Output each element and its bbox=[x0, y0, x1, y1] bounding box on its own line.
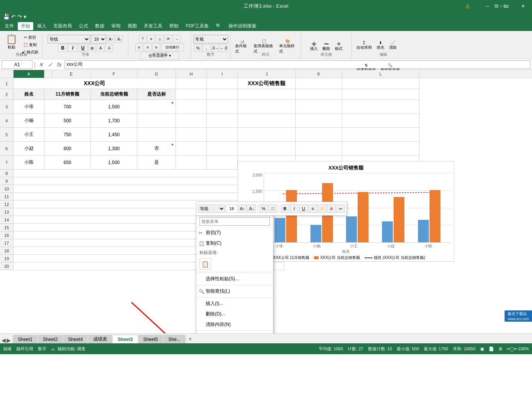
menu-tell-me[interactable]: 操作说明搜索 bbox=[225, 22, 259, 30]
bold-button[interactable]: B bbox=[58, 44, 67, 52]
cell-H1[interactable] bbox=[176, 78, 207, 89]
menu-review[interactable]: 审阅 bbox=[108, 22, 124, 30]
clear-button[interactable]: 🧹清除 bbox=[387, 35, 398, 56]
sheet-tab-more[interactable]: She... bbox=[164, 335, 186, 343]
align-center[interactable]: ≡ bbox=[144, 43, 152, 51]
col-header-H[interactable]: H bbox=[176, 70, 207, 78]
menu-view[interactable]: 视图 bbox=[124, 22, 140, 30]
cell-J6[interactable] bbox=[238, 142, 296, 156]
cell-L6[interactable] bbox=[342, 142, 419, 156]
save-quick-btn[interactable]: 💾 bbox=[3, 14, 10, 20]
cell-E7[interactable]: 650 bbox=[44, 156, 91, 170]
mt-align[interactable]: ≡ bbox=[309, 204, 317, 213]
cell-A1[interactable]: XXX公司 bbox=[14, 78, 176, 89]
confirm-button[interactable]: ✓ bbox=[46, 62, 54, 68]
cell-A6[interactable]: 小赵 bbox=[14, 142, 44, 156]
cell-F3[interactable]: 1,500 bbox=[91, 100, 137, 114]
view-page[interactable]: 📄 bbox=[489, 346, 494, 351]
cell-K1[interactable] bbox=[296, 78, 342, 89]
ctx-smart-search[interactable]: 🔍智能查找(L) bbox=[196, 286, 273, 296]
name-box[interactable] bbox=[2, 60, 32, 69]
cell-E3[interactable]: 700 bbox=[44, 100, 91, 114]
wrap-text[interactable]: 自动换行 bbox=[161, 43, 184, 51]
undo-quick-btn[interactable]: ↶ bbox=[11, 14, 16, 20]
mini-toolbar[interactable]: 等线 A↑ A↓ % □ B I U ≡ A A ═ bbox=[196, 202, 347, 216]
more-quick-btn[interactable]: ▾ bbox=[24, 14, 26, 20]
align-bottom[interactable]: ⊥ bbox=[156, 35, 164, 43]
cell-A3[interactable]: 小张 bbox=[14, 100, 44, 114]
cell-L5[interactable] bbox=[342, 128, 419, 142]
ctx-search-bar[interactable] bbox=[196, 216, 273, 228]
mt-percent[interactable]: % bbox=[259, 204, 268, 213]
border-button[interactable]: ⊞ bbox=[88, 44, 96, 52]
cell-I6[interactable] bbox=[207, 142, 238, 156]
sheet-tab-sheet4[interactable]: Sheet4 bbox=[63, 335, 88, 343]
menu-data[interactable]: 数据 bbox=[92, 22, 107, 30]
cell-J3[interactable] bbox=[238, 100, 296, 114]
mt-italic[interactable]: I bbox=[290, 204, 298, 213]
percent-btn[interactable]: % bbox=[194, 44, 202, 52]
cell-F5[interactable]: 1,450 bbox=[91, 128, 137, 142]
mt-border[interactable]: □ bbox=[269, 204, 277, 213]
col-header-K[interactable]: K bbox=[296, 70, 342, 78]
ctx-insert[interactable]: 插入(I)... bbox=[196, 298, 273, 309]
cell-K4[interactable] bbox=[296, 114, 342, 128]
cell-H3[interactable] bbox=[176, 100, 207, 114]
cell-K2[interactable] bbox=[296, 89, 342, 100]
mt-bold[interactable]: B bbox=[281, 204, 289, 213]
cell-A2[interactable]: 姓名 bbox=[14, 89, 44, 100]
cell-F2[interactable]: 当前总销售额 bbox=[91, 89, 137, 100]
ctx-delete[interactable]: 删除(D)... bbox=[196, 309, 273, 319]
mt-border2[interactable]: ═ bbox=[336, 204, 345, 213]
align-middle[interactable]: ≡ bbox=[147, 35, 155, 43]
cell-K5[interactable] bbox=[296, 128, 342, 142]
cell-A5[interactable]: 小王 bbox=[14, 128, 44, 142]
cell-H6[interactable] bbox=[176, 142, 207, 156]
comma-btn[interactable]: , bbox=[203, 44, 210, 52]
font-size-decrease[interactable]: A↓ bbox=[116, 35, 123, 43]
cell-J5[interactable] bbox=[238, 128, 296, 142]
paste-button[interactable]: 📋 粘贴 bbox=[4, 34, 19, 50]
cell-J1[interactable]: XXX公司销售额 bbox=[238, 78, 296, 89]
function-button[interactable]: ✕ bbox=[37, 62, 45, 68]
orientation[interactable]: ⟳ bbox=[164, 35, 172, 43]
paste-opt-1[interactable]: 📋 bbox=[200, 258, 211, 270]
menu-developer[interactable]: 开发工具 bbox=[141, 22, 165, 30]
cell-J4[interactable] bbox=[238, 114, 296, 128]
cut-button[interactable]: ✂ 剪切 bbox=[20, 34, 40, 41]
ctx-copy[interactable]: 📋复制(C) bbox=[196, 238, 273, 248]
cell-A7[interactable]: 小陈 bbox=[14, 156, 44, 170]
format-cells-button[interactable]: ⚙格式 bbox=[333, 36, 344, 57]
cell-L2[interactable] bbox=[342, 89, 419, 100]
sheet-nav-left[interactable]: ◀ bbox=[2, 337, 6, 343]
align-left[interactable]: ≡ bbox=[135, 43, 143, 51]
col-header-I[interactable]: I bbox=[207, 70, 238, 78]
view-normal[interactable]: ▣ bbox=[480, 346, 484, 351]
ctx-clear[interactable]: 清除内容(N) bbox=[196, 319, 273, 330]
italic-button[interactable]: I bbox=[68, 44, 77, 52]
view-break[interactable]: ⊞ bbox=[499, 346, 502, 351]
indent-increase[interactable]: → bbox=[173, 35, 181, 43]
menu-pdf[interactable]: PDF工具集 bbox=[182, 22, 212, 30]
cell-E5[interactable]: 750 bbox=[44, 128, 91, 142]
menu-home[interactable]: 开始 bbox=[18, 22, 33, 30]
ctx-search-input[interactable] bbox=[200, 217, 270, 226]
font-name-select[interactable]: 等线 bbox=[48, 35, 90, 43]
sheet-tab-sheet2[interactable]: Sheet2 bbox=[38, 335, 63, 343]
cell-G7[interactable]: 是 bbox=[137, 156, 176, 170]
cell-G6[interactable]: ▲否 bbox=[137, 142, 176, 156]
cell-L1[interactable] bbox=[342, 78, 419, 89]
sheet-tab-chengji[interactable]: 成绩表 bbox=[88, 335, 112, 343]
col-header-A[interactable]: A bbox=[14, 70, 44, 78]
redo-quick-btn[interactable]: ↷ bbox=[17, 14, 22, 20]
mt-fill-color[interactable]: A bbox=[318, 204, 326, 213]
ctx-paste-special[interactable]: 选择性粘贴(S)... bbox=[196, 274, 273, 284]
cell-K3[interactable] bbox=[296, 100, 342, 114]
add-sheet-button[interactable]: + bbox=[186, 335, 194, 343]
menu-help[interactable]: 帮助 bbox=[166, 22, 182, 30]
menu-file[interactable]: 文件 bbox=[2, 22, 17, 30]
cell-G5[interactable] bbox=[137, 128, 176, 142]
ctx-cut[interactable]: ✂剪切(T) bbox=[196, 228, 273, 238]
mt-font-color[interactable]: A bbox=[327, 204, 336, 213]
sheet-tab-sheet5[interactable]: Sheet5 bbox=[138, 335, 163, 343]
